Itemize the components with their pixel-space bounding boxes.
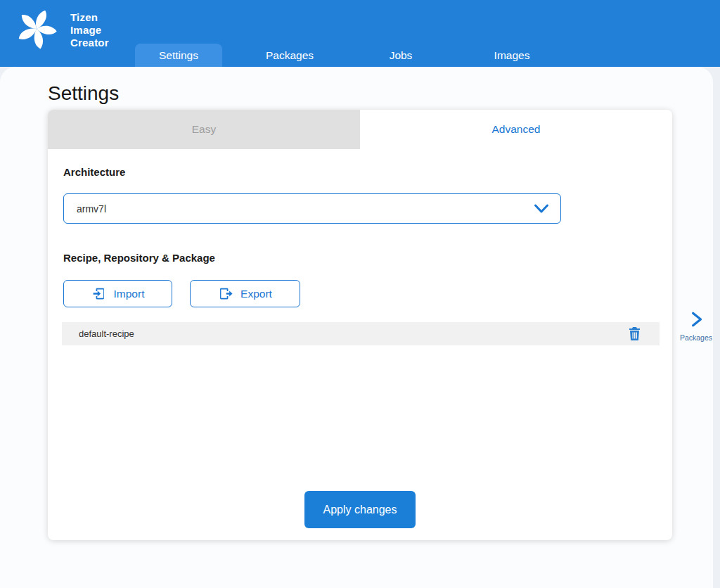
nav-tab-packages[interactable]: Packages (246, 44, 333, 67)
app-logo[interactable]: Tizen Image Creator (14, 5, 109, 53)
settings-card: Easy Advanced Architecture armv7l Recipe… (48, 110, 672, 540)
recipe-section-label: Recipe, Repository & Package (63, 252, 215, 264)
tab-advanced[interactable]: Advanced (360, 110, 672, 149)
export-button[interactable]: Export (190, 280, 300, 307)
chevron-down-icon (534, 204, 549, 214)
nav-tab-settings[interactable]: Settings (135, 44, 222, 67)
brand-line-3: Creator (70, 37, 109, 49)
apply-changes-button[interactable]: Apply changes (304, 491, 416, 528)
export-button-label: Export (240, 288, 272, 300)
import-icon (91, 286, 106, 301)
packages-panel-toggle[interactable]: Packages (675, 310, 717, 342)
packages-toggle-label: Packages (675, 333, 717, 342)
architecture-label: Architecture (63, 166, 125, 178)
recipe-name: default-recipe (79, 328, 134, 339)
architecture-selected-value: armv7l (77, 203, 534, 215)
tizen-pinwheel-icon (14, 5, 59, 53)
trash-icon (629, 327, 641, 340)
brand-line-1: Tizen (70, 11, 109, 24)
page-title: Settings (48, 82, 119, 105)
nav-tab-jobs[interactable]: Jobs (357, 44, 444, 67)
recipe-list-item: default-recipe (62, 322, 660, 345)
import-button[interactable]: Import (63, 280, 172, 307)
brand-text: Tizen Image Creator (70, 11, 109, 49)
tab-easy[interactable]: Easy (48, 110, 360, 149)
import-button-label: Import (114, 288, 145, 300)
main-panel: Settings Easy Advanced Architecture armv… (0, 67, 713, 588)
nav-tab-images[interactable]: Images (468, 44, 555, 67)
delete-recipe-button[interactable] (627, 327, 641, 341)
chevron-right-icon (687, 310, 705, 328)
architecture-select[interactable]: armv7l (63, 193, 561, 224)
app-header: Tizen Image Creator Settings Packages Jo… (0, 0, 720, 67)
brand-line-2: Image (70, 24, 109, 37)
export-icon (218, 286, 233, 301)
